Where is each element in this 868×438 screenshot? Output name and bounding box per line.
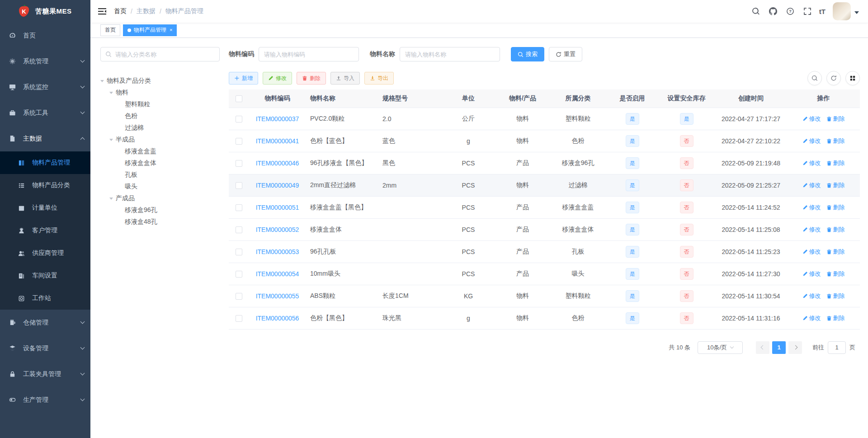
row-checkbox[interactable] [236, 116, 242, 122]
filter-input-0[interactable] [259, 47, 359, 61]
row-delete-link[interactable]: 删除 [826, 181, 845, 189]
tree-node[interactable]: 物料及产品分类 [100, 75, 220, 87]
row-delete-link[interactable]: 删除 [826, 226, 845, 234]
fullscreen-icon[interactable] [802, 6, 813, 17]
sidebar-item-2[interactable]: 系统监控 [0, 74, 90, 100]
tree-node[interactable]: 移液盒盒体 [100, 157, 220, 169]
row-edit-link[interactable]: 修改 [802, 137, 821, 145]
sidebar-subitem-1[interactable]: 物料产品分类 [0, 174, 90, 197]
sidebar-item-4[interactable]: 主数据 [0, 126, 90, 151]
sidebar-subitem-5[interactable]: 车间设置 [0, 264, 90, 287]
tree-node[interactable]: 移液盒48孔 [100, 216, 220, 228]
tree-node[interactable]: 过滤棉 [100, 122, 220, 134]
tree-search-input[interactable] [115, 51, 215, 58]
tree-node[interactable]: 移液盒96孔 [100, 204, 220, 216]
table-row[interactable]: ITEM0000005396孔孔板PCS产品孔板是否2022-05-14 11:… [229, 240, 860, 263]
row-delete-link[interactable]: 删除 [826, 115, 845, 123]
row-delete-link[interactable]: 删除 [826, 314, 845, 322]
breadcrumb-item[interactable]: 首页 [114, 7, 127, 15]
row-edit-link[interactable]: 修改 [802, 314, 821, 322]
row-delete-link[interactable]: 删除 [826, 203, 845, 212]
refresh-button[interactable] [826, 71, 841, 85]
sidebar-item-1[interactable]: 系统管理 [0, 48, 90, 74]
column-settings-button[interactable] [845, 71, 860, 85]
material-code-link[interactable]: ITEM00000055 [256, 292, 299, 300]
table-row[interactable]: ITEM00000041色粉【蓝色】蓝色g物料色粉是否2022-04-27 22… [229, 130, 860, 152]
row-checkbox[interactable] [236, 293, 242, 300]
delete-button[interactable]: 删除 [297, 72, 326, 85]
row-delete-link[interactable]: 删除 [826, 270, 845, 278]
material-code-link[interactable]: ITEM00000056 [256, 315, 299, 322]
row-checkbox[interactable] [236, 249, 242, 255]
row-checkbox[interactable] [236, 204, 242, 211]
tree-node[interactable]: 物料 [100, 87, 220, 99]
select-all-checkbox[interactable] [236, 95, 242, 102]
table-row[interactable]: ITEM00000051移液盒盒盖【黑色】PCS产品移液盒盒盖是否2022-05… [229, 196, 860, 218]
sidebar-toggle-icon[interactable] [98, 7, 107, 16]
row-delete-link[interactable]: 删除 [826, 292, 845, 300]
table-row[interactable]: ITEM00000056色粉【黑色】珠光黑g物料色粉是否2022-05-14 1… [229, 307, 860, 329]
sidebar-item-3[interactable]: 系统工具 [0, 100, 90, 126]
row-checkbox[interactable] [236, 160, 242, 167]
page-size-select[interactable]: 10条/页 [698, 341, 743, 354]
toggle-search-button[interactable] [807, 71, 822, 85]
search-button[interactable]: 搜索 [511, 47, 544, 61]
sidebar-item-6[interactable]: 设备管理 [0, 335, 90, 361]
material-code-link[interactable]: ITEM00000041 [256, 137, 299, 145]
row-delete-link[interactable]: 删除 [826, 137, 845, 145]
row-checkbox[interactable] [236, 271, 242, 278]
breadcrumb-item[interactable]: 主数据 [137, 7, 156, 15]
material-code-link[interactable]: ITEM00000054 [256, 270, 299, 278]
material-code-link[interactable]: ITEM00000051 [256, 204, 299, 211]
row-edit-link[interactable]: 修改 [802, 115, 821, 123]
avatar[interactable] [833, 2, 851, 20]
table-row[interactable]: ITEM000000492mm直径过滤棉2mmPCS物料过滤棉是否2022-05… [229, 174, 860, 196]
tree-node[interactable]: 塑料颗粒 [100, 99, 220, 110]
tab-0[interactable]: 首页 [100, 24, 120, 36]
table-row[interactable]: ITEM00000052移液盒盒体PCS产品移液盒盒体是否2022-05-14 … [229, 218, 860, 240]
material-code-link[interactable]: ITEM00000049 [256, 182, 299, 189]
sidebar-subitem-0[interactable]: 物料产品管理 [0, 151, 90, 174]
tree-node[interactable]: 孔板 [100, 169, 220, 181]
prev-page-button[interactable] [756, 341, 769, 354]
add-button[interactable]: 新增 [229, 72, 258, 85]
reset-button[interactable]: 重置 [549, 47, 582, 61]
search-icon[interactable] [750, 6, 761, 17]
next-page-button[interactable] [788, 341, 802, 354]
table-row[interactable]: ITEM00000055ABS颗粒长度1CMKG物料塑料颗粒是否2022-05-… [229, 285, 860, 307]
sidebar-item-0[interactable]: 首页 [0, 23, 90, 48]
caret-down-icon[interactable] [854, 11, 859, 16]
row-delete-link[interactable]: 删除 [826, 248, 845, 256]
row-edit-link[interactable]: 修改 [802, 203, 821, 212]
filter-input-1[interactable] [400, 47, 500, 61]
import-button[interactable]: 导入 [330, 72, 360, 85]
table-row[interactable]: ITEM00000037PVC2.0颗粒2.0公斤物料塑料颗粒是是2022-04… [229, 108, 860, 130]
tree-node[interactable]: 吸头 [100, 181, 220, 193]
tree-node[interactable]: 移液盒盒盖 [100, 146, 220, 157]
breadcrumb-item[interactable]: 物料产品管理 [165, 7, 203, 15]
sidebar-subitem-6[interactable]: 工作站 [0, 287, 90, 310]
row-edit-link[interactable]: 修改 [802, 159, 821, 167]
tree-node[interactable]: 半成品 [100, 134, 220, 146]
row-checkbox[interactable] [236, 315, 242, 322]
sidebar-item-7[interactable]: 工装夹具管理 [0, 361, 90, 387]
material-code-link[interactable]: ITEM00000046 [256, 160, 299, 167]
tree-node[interactable]: 色粉 [100, 110, 220, 122]
tab-1[interactable]: 物料产品管理× [123, 24, 177, 36]
logo[interactable]: K 苦糖果MES [0, 0, 90, 23]
table-row[interactable]: ITEM0000005410mm吸头PCS产品吸头是否2022-05-14 11… [229, 263, 860, 285]
edit-button[interactable]: 修改 [263, 72, 292, 85]
sidebar-item-8[interactable]: 生产管理 [0, 387, 90, 413]
github-icon[interactable] [768, 6, 778, 17]
table-row[interactable]: ITEM0000004696孔移液盒【黑色】黑色PCS产品移液盒96孔是否202… [229, 152, 860, 174]
row-edit-link[interactable]: 修改 [802, 226, 821, 234]
sidebar-subitem-2[interactable]: 计量单位 [0, 197, 90, 219]
tree-node[interactable]: 产成品 [100, 193, 220, 204]
sidebar-item-5[interactable]: 仓储管理 [0, 310, 90, 335]
row-edit-link[interactable]: 修改 [802, 248, 821, 256]
export-button[interactable]: 导出 [364, 72, 394, 85]
font-size-icon[interactable]: tT [819, 6, 826, 17]
row-edit-link[interactable]: 修改 [802, 292, 821, 300]
material-code-link[interactable]: ITEM00000053 [256, 248, 299, 255]
sidebar-subitem-3[interactable]: 客户管理 [0, 219, 90, 242]
